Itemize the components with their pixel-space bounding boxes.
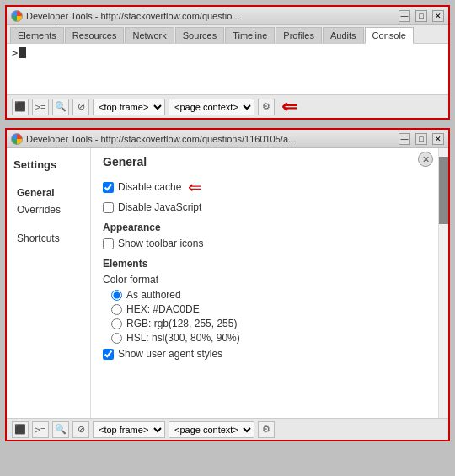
show-toolbar-icons-checkbox[interactable] [103, 238, 114, 249]
chrome-icon-2 [11, 133, 23, 145]
context-select[interactable]: <page context> [169, 99, 254, 115]
radio-hex-row: HEX: #DAC0DE [111, 303, 426, 315]
disable-js-checkbox[interactable] [103, 202, 114, 213]
maximize-button-1[interactable]: □ [415, 10, 427, 22]
scrollbar-thumb[interactable] [439, 157, 448, 224]
settings-body: Settings General Overrides Shortcuts ✕ G… [7, 148, 448, 418]
arrow-indicator-1: ⇐ [281, 96, 297, 118]
settings-section-title: General [103, 155, 426, 168]
color-format-label: Color format [103, 274, 426, 286]
nav-overrides[interactable]: Overrides [13, 201, 83, 218]
elements-title: Elements [103, 258, 426, 270]
radio-rgb[interactable] [111, 318, 122, 329]
tab-elements[interactable]: Elements [10, 27, 64, 43]
settings-close-button[interactable]: ✕ [418, 152, 433, 167]
nav-shortcuts[interactable]: Shortcuts [13, 230, 83, 247]
close-button-1[interactable]: ✕ [432, 10, 444, 22]
settings-button[interactable]: ⚙ [258, 99, 275, 115]
title-bar-1: Developer Tools - http://stackoverflow.c… [7, 7, 448, 25]
script-button[interactable]: >= [32, 99, 49, 115]
user-agent-styles-label[interactable]: Show user agent styles [118, 348, 222, 360]
radio-hsl-label[interactable]: HSL: hsl(300, 80%, 90%) [126, 332, 240, 344]
title-bar-2: Developer Tools - http://stackoverflow.c… [7, 130, 448, 148]
radio-hsl[interactable] [111, 333, 122, 344]
tab-timeline[interactable]: Timeline [225, 27, 275, 43]
minimize-button-1[interactable]: — [399, 10, 410, 22]
color-format-group: As authored HEX: #DAC0DE RGB: rgb(128, 2… [111, 289, 426, 344]
show-toolbar-icons-label[interactable]: Show toolbar icons [118, 238, 203, 249]
disable-cache-label[interactable]: Disable cache [118, 181, 181, 193]
tab-network[interactable]: Network [125, 27, 174, 43]
settings-button-2[interactable]: ⚙ [258, 421, 275, 438]
search-button-2[interactable]: 🔍 [52, 421, 69, 438]
radio-as-authored[interactable] [111, 290, 122, 301]
toolbar-1: ⬛ >= 🔍 ⊘ <top frame> <page context> ⚙ ⇐ [7, 94, 448, 118]
toolbar-2: ⬛ >= 🔍 ⊘ <top frame> <page context> ⚙ [7, 418, 448, 440]
window-title-2: Developer Tools - http://stackoverflow.c… [26, 134, 393, 144]
user-agent-styles-checkbox[interactable] [103, 349, 114, 360]
radio-as-authored-label[interactable]: As authored [126, 289, 181, 301]
devtools-window-2: Developer Tools - http://stackoverflow.c… [5, 128, 450, 441]
context-select-2[interactable]: <page context> [169, 421, 254, 438]
script-button-2[interactable]: >= [32, 421, 49, 438]
tab-sources[interactable]: Sources [175, 27, 224, 43]
tab-audits[interactable]: Audits [323, 27, 364, 43]
nav-general[interactable]: General [13, 185, 83, 201]
frame-select-2[interactable]: <top frame> [93, 421, 165, 438]
minimize-button-2[interactable]: — [399, 133, 410, 145]
disable-cache-row: Disable cache ⇐ [103, 177, 426, 197]
radio-rgb-row: RGB: rgb(128, 255, 255) [111, 318, 426, 329]
devtools-window-1: Developer Tools - http://stackoverflow.c… [5, 5, 450, 120]
inspect-button-2[interactable]: ⬛ [12, 421, 29, 438]
no-button-2[interactable]: ⊘ [72, 421, 89, 438]
radio-rgb-label[interactable]: RGB: rgb(128, 255, 255) [126, 318, 237, 329]
inspect-button[interactable]: ⬛ [12, 99, 29, 115]
disable-cache-checkbox[interactable] [103, 182, 114, 193]
no-button[interactable]: ⊘ [72, 99, 89, 115]
arrow-indicator-cache: ⇐ [188, 177, 202, 197]
disable-js-row: Disable JavaScript [103, 201, 426, 213]
user-agent-styles-row: Show user agent styles [103, 348, 426, 360]
console-cursor [19, 47, 26, 58]
console-prompt: > [12, 47, 18, 59]
tab-console[interactable]: Console [365, 27, 414, 44]
close-button-2[interactable]: ✕ [432, 133, 444, 145]
settings-sidebar-title: Settings [13, 158, 83, 171]
disable-js-label[interactable]: Disable JavaScript [118, 201, 201, 213]
radio-hex[interactable] [111, 304, 122, 315]
settings-sidebar: Settings General Overrides Shortcuts [7, 148, 91, 418]
radio-hsl-row: HSL: hsl(300, 80%, 90%) [111, 332, 426, 344]
maximize-button-2[interactable]: □ [415, 133, 427, 145]
show-toolbar-icons-row: Show toolbar icons [103, 238, 426, 249]
tab-profiles[interactable]: Profiles [276, 27, 322, 43]
settings-content: ✕ General Disable cache ⇐ Disable JavaSc… [91, 148, 438, 418]
window-title-1: Developer Tools - http://stackoverflow.c… [26, 11, 393, 21]
radio-as-authored-row: As authored [111, 289, 426, 301]
appearance-title: Appearance [103, 222, 426, 233]
frame-select[interactable]: <top frame> [93, 99, 165, 115]
tab-bar-1: Elements Resources Network Sources Timel… [7, 25, 448, 44]
console-area[interactable]: > [7, 44, 448, 94]
search-button[interactable]: 🔍 [52, 99, 69, 115]
chrome-icon [11, 10, 23, 22]
tab-resources[interactable]: Resources [65, 27, 125, 43]
scrollbar[interactable] [438, 148, 448, 418]
radio-hex-label[interactable]: HEX: #DAC0DE [126, 303, 200, 315]
